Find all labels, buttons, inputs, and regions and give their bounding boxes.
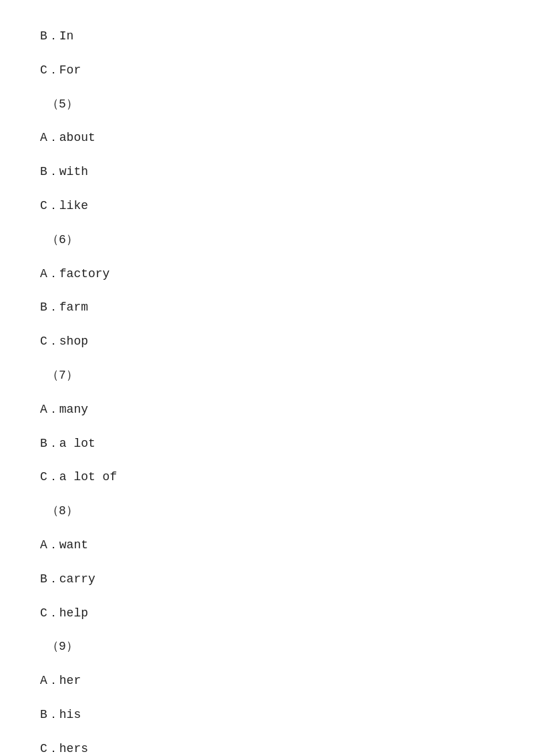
question-6: （6） (40, 230, 494, 250)
page-content: B．In C．For （5） A．about B．with C．like （6）… (0, 0, 534, 756)
option-a-about: A．about (40, 128, 494, 148)
option-c-hers: C．hers (40, 739, 494, 756)
option-c-for: C．For (40, 61, 494, 80)
option-c-shop: C．shop (40, 332, 494, 351)
option-a-her: A．her (40, 671, 494, 691)
option-b-carry: B．carry (40, 570, 494, 589)
option-b-his: B．his (40, 705, 494, 725)
question-8: （8） (40, 502, 494, 521)
option-c-like: C．like (40, 196, 494, 216)
option-b-in: B．In (40, 27, 494, 46)
option-a-factory: A．factory (40, 264, 494, 284)
option-c-alotof: C．a lot of (40, 467, 494, 487)
question-9: （9） (40, 637, 494, 656)
question-7: （7） (40, 366, 494, 385)
option-a-want: A．want (40, 536, 494, 555)
option-b-with: B．with (40, 162, 494, 182)
option-b-farm: B．farm (40, 298, 494, 317)
option-c-help: C．help (40, 604, 494, 623)
question-5: （5） (40, 95, 494, 114)
option-b-alot: B．a lot (40, 434, 494, 453)
option-a-many: A．many (40, 400, 494, 419)
